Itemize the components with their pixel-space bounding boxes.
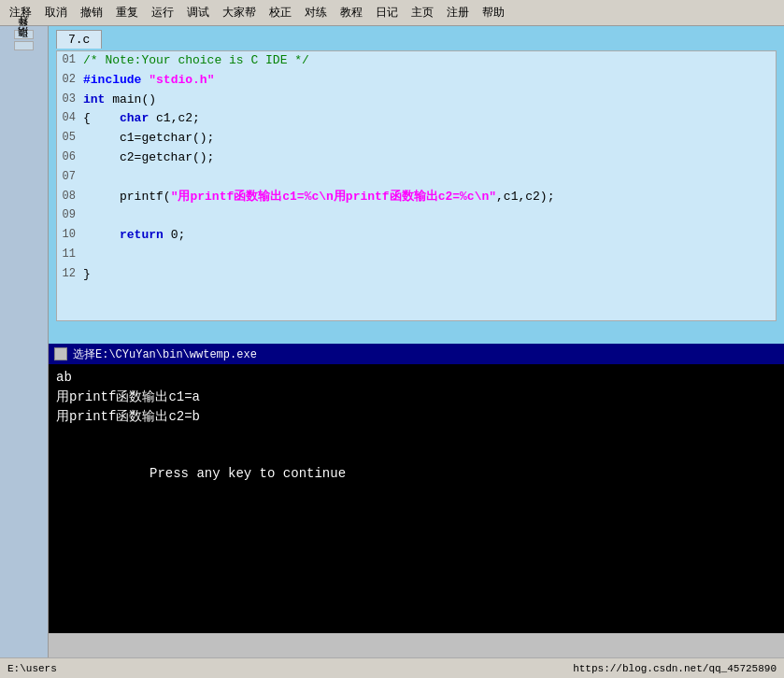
code-line-04: 04 { char c1,c2; — [57, 109, 776, 129]
file-tab[interactable]: 7.c — [56, 30, 102, 49]
toolbar-item-ri[interactable]: 日记 — [370, 3, 404, 22]
toolbar-item-dui[interactable]: 对练 — [299, 3, 333, 22]
line-content-11 — [83, 246, 776, 265]
tab-bar: 7.c — [56, 30, 777, 49]
line-content-07 — [83, 168, 776, 188]
toolbar-item-che[interactable]: 撤销 — [75, 3, 108, 22]
toolbar-item-jiao[interactable]: 校正 — [264, 3, 297, 22]
console-icon — [54, 347, 67, 360]
console-area: 选择E:\CYuYan\bin\wwtemp.exe ab 用printf函数输… — [49, 344, 784, 633]
line-content-08: printf("用printf函数输出c1=%c\n用printf函数输出c2=… — [83, 188, 776, 207]
line-num-02: 02 — [57, 71, 83, 89]
toolbar-item-da[interactable]: 大家帮 — [217, 3, 262, 22]
code-line-02: 02 #include "stdio.h" — [57, 71, 776, 91]
line-content-04: { char c1,c2; — [83, 109, 776, 129]
code-line-01: 01 /* Note:Your choice is C IDE */ — [57, 51, 776, 71]
left-btn-2[interactable]: 取消 — [14, 41, 34, 50]
toolbar-item-zhu2[interactable]: 主页 — [406, 3, 439, 22]
line-num-03: 03 — [57, 91, 83, 108]
console-titlebar: 选择E:\CYuYan\bin\wwtemp.exe — [49, 344, 784, 364]
left-strip: 注释 取消 — [0, 26, 49, 657]
line-content-01: /* Note:Your choice is C IDE */ — [83, 51, 776, 71]
toolbar-item-bang[interactable]: 帮助 — [477, 3, 510, 22]
line-num-12: 12 — [57, 265, 83, 283]
left-btn-1[interactable]: 注释 — [14, 30, 34, 39]
console-title: 选择E:\CYuYan\bin\wwtemp.exe — [73, 346, 257, 362]
console-line-1: ab — [56, 368, 777, 388]
ide-area: 7.c 01 /* Note:Your choice is C IDE */ 0… — [49, 26, 784, 344]
line-num-06: 06 — [57, 148, 83, 166]
toolbar-item-jiao2[interactable]: 教程 — [335, 3, 368, 22]
toolbar-item-qu[interactable]: 取消 — [39, 3, 73, 22]
console-press-text: Press any key to continue — [150, 464, 777, 484]
toolbar-item-tiao[interactable]: 调试 — [181, 3, 215, 22]
code-line-05: 05 c1=getchar(); — [57, 129, 776, 148]
line-num-10: 10 — [57, 226, 83, 244]
console-line-2: 用printf函数输出c1=a — [56, 388, 777, 407]
toolbar-item-yun[interactable]: 运行 — [146, 3, 179, 22]
statusbar: E:\users https://blog.csdn.net/qq_457258… — [0, 657, 784, 678]
toolbar-item-chong[interactable]: 重复 — [110, 3, 144, 22]
line-num-05: 05 — [57, 129, 83, 147]
line-content-02: #include "stdio.h" — [83, 71, 776, 91]
code-line-03: 03 int main() — [57, 91, 776, 110]
line-num-09: 09 — [57, 206, 83, 224]
code-editor[interactable]: 01 /* Note:Your choice is C IDE */ 02 #i… — [56, 50, 777, 321]
line-content-06: c2=getchar(); — [83, 148, 776, 168]
code-line-11: 11 — [57, 246, 776, 265]
toolbar-item-zhu3[interactable]: 注册 — [441, 3, 475, 22]
line-content-12: } — [83, 265, 776, 285]
line-num-07: 07 — [57, 168, 83, 186]
code-line-08: 08 printf("用printf函数输出c1=%c\n用printf函数输出… — [57, 188, 776, 207]
console-content[interactable]: ab 用printf函数输出c1=a 用printf函数输出c2=b Press… — [49, 364, 784, 633]
console-line-3: 用printf函数输出c2=b — [56, 407, 777, 427]
line-num-04: 04 — [57, 109, 83, 127]
code-line-09: 09 — [57, 206, 776, 226]
line-num-11: 11 — [57, 246, 83, 263]
statusbar-right: https://blog.csdn.net/qq_45725890 — [573, 663, 777, 674]
code-line-07: 07 — [57, 168, 776, 188]
statusbar-left: E:\users — [7, 663, 57, 674]
code-line-10: 10 return 0; — [57, 226, 776, 246]
line-content-10: return 0; — [83, 226, 776, 246]
line-content-03: int main() — [83, 91, 776, 110]
line-content-05: c1=getchar(); — [83, 129, 776, 148]
toolbar: 注释 取消 撤销 重复 运行 调试 大家帮 校正 对练 教程 日记 主页 注册 … — [0, 0, 784, 26]
line-num-08: 08 — [57, 188, 83, 205]
code-line-06: 06 c2=getchar(); — [57, 148, 776, 168]
code-line-12: 12 } — [57, 265, 776, 285]
line-num-01: 01 — [57, 51, 83, 69]
line-content-09 — [83, 206, 776, 226]
toolbar-item-zhu[interactable]: 注释 — [4, 3, 37, 22]
